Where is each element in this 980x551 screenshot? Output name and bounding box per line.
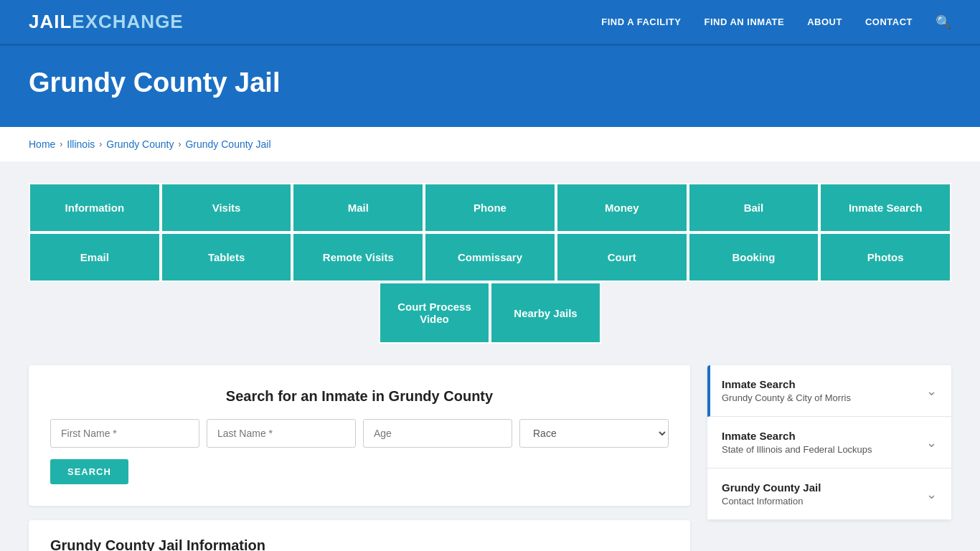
first-name-input[interactable] [50, 419, 199, 448]
breadcrumb-sep-1: › [60, 139, 62, 149]
chevron-down-icon-2: ⌄ [926, 435, 937, 451]
breadcrumb: Home › Illinois › Grundy County › Grundy… [29, 138, 951, 150]
sidebar-item-inmate-search-2[interactable]: Inmate Search State of Illinois and Fede… [707, 417, 951, 468]
logo[interactable]: JAILEXCHANGE [29, 11, 184, 33]
sidebar-item-title-3: Grundy County Jail [722, 481, 821, 494]
nav-about[interactable]: ABOUT [807, 17, 842, 27]
sidebar-item-subtitle-2: State of Illinois and Federal Lockups [722, 444, 872, 455]
logo-jail: JAIL [29, 11, 72, 33]
bottom-layout: Search for an Inmate in Grundy County Ra… [29, 365, 951, 551]
hero-section: Grundy County Jail [0, 46, 980, 127]
sidebar-item-subtitle-1: Grundy County & City of Morris [722, 392, 851, 403]
btn-tablets[interactable]: Tablets [161, 232, 293, 282]
btn-inmate-search[interactable]: Inmate Search [819, 183, 951, 232]
breadcrumb-home[interactable]: Home [29, 138, 55, 150]
info-section-title: Grundy County Jail Information [50, 537, 669, 551]
sidebar-item-inmate-search-1[interactable]: Inmate Search Grundy County & City of Mo… [707, 365, 951, 417]
grid-row-1: Information Visits Mail Phone Money Bail… [29, 183, 951, 232]
inmate-search-card: Search for an Inmate in Grundy County Ra… [29, 365, 690, 506]
info-section: Grundy County Jail Information [29, 520, 690, 551]
page-title: Grundy County Jail [29, 67, 951, 98]
age-input[interactable] [363, 419, 512, 448]
nav-find-facility[interactable]: FIND A FACILITY [601, 17, 681, 27]
btn-remote-visits[interactable]: Remote Visits [292, 232, 424, 282]
right-sidebar: Inmate Search Grundy County & City of Mo… [707, 365, 951, 520]
left-column: Search for an Inmate in Grundy County Ra… [29, 365, 690, 551]
main-content: Information Visits Mail Phone Money Bail… [0, 161, 980, 551]
grid-row-2: Email Tablets Remote Visits Commissary C… [29, 232, 951, 282]
sidebar-item-text-1: Inmate Search Grundy County & City of Mo… [722, 378, 851, 403]
btn-information[interactable]: Information [29, 183, 161, 232]
header-search-button[interactable]: 🔍 [936, 14, 951, 30]
chevron-down-icon-3: ⌄ [926, 486, 937, 502]
btn-nearby-jails[interactable]: Nearby Jails [490, 282, 601, 344]
grid-row-3: Court Process Video Nearby Jails [29, 282, 951, 344]
logo-exchange: EXCHANGE [72, 11, 183, 33]
main-nav: FIND A FACILITY FIND AN INMATE ABOUT CON… [601, 14, 951, 30]
btn-court-process-video[interactable]: Court Process Video [379, 282, 490, 344]
sidebar-item-title-2: Inmate Search [722, 430, 872, 442]
nav-find-inmate[interactable]: FIND AN INMATE [704, 17, 784, 27]
btn-email[interactable]: Email [29, 232, 161, 282]
btn-photos[interactable]: Photos [819, 232, 951, 282]
sidebar-item-text-2: Inmate Search State of Illinois and Fede… [722, 430, 872, 455]
btn-commissary[interactable]: Commissary [424, 232, 556, 282]
breadcrumb-illinois[interactable]: Illinois [67, 138, 95, 150]
btn-visits[interactable]: Visits [161, 183, 293, 232]
sidebar-item-text-3: Grundy County Jail Contact Information [722, 481, 821, 507]
breadcrumb-sep-3: › [178, 139, 181, 149]
breadcrumb-grundy-county[interactable]: Grundy County [106, 138, 174, 150]
btn-mail[interactable]: Mail [292, 183, 424, 232]
chevron-down-icon-1: ⌄ [926, 383, 937, 399]
search-form-title: Search for an Inmate in Grundy County [50, 388, 669, 405]
btn-bail[interactable]: Bail [688, 183, 820, 232]
sidebar-item-contact[interactable]: Grundy County Jail Contact Information ⌄ [707, 468, 951, 520]
sidebar-item-title-1: Inmate Search [722, 378, 851, 390]
breadcrumb-sep-2: › [99, 139, 102, 149]
button-grid: Information Visits Mail Phone Money Bail… [29, 183, 951, 344]
nav-contact[interactable]: CONTACT [865, 17, 913, 27]
sidebar-item-subtitle-3: Contact Information [722, 496, 821, 507]
header: JAILEXCHANGE FIND A FACILITY FIND AN INM… [0, 0, 980, 46]
search-inputs-row: Race White Black Hispanic Asian Other [50, 419, 669, 448]
last-name-input[interactable] [207, 419, 356, 448]
btn-booking[interactable]: Booking [688, 232, 820, 282]
btn-court[interactable]: Court [556, 232, 688, 282]
breadcrumb-current: Grundy County Jail [185, 138, 270, 150]
race-select[interactable]: Race White Black Hispanic Asian Other [519, 419, 669, 448]
btn-money[interactable]: Money [556, 183, 688, 232]
search-button[interactable]: SEARCH [50, 459, 128, 484]
breadcrumb-section: Home › Illinois › Grundy County › Grundy… [0, 127, 980, 161]
btn-phone[interactable]: Phone [424, 183, 556, 232]
